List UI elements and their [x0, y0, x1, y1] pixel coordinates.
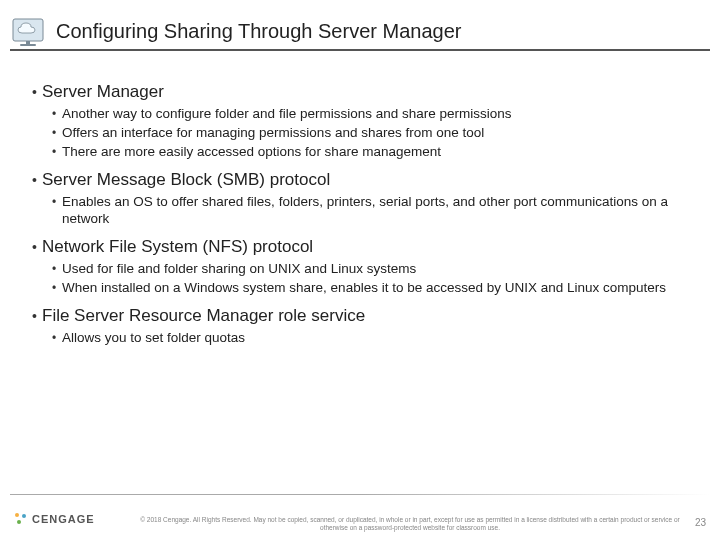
slide-footer: CENGAGE © 2018 Cengage. All Rights Reser… [0, 494, 720, 540]
list-item: •When installed on a Windows system shar… [52, 280, 688, 297]
bullet-text: Server Message Block (SMB) protocol [42, 169, 330, 190]
bullet-icon: • [52, 145, 62, 160]
list-item: •There are more easily accessed options … [52, 144, 688, 161]
bullet-icon: • [32, 308, 42, 326]
list-item: •Offers an interface for managing permis… [52, 125, 688, 142]
footer-divider [10, 494, 710, 495]
slide-body: • Server Manager •Another way to configu… [0, 51, 720, 347]
bullet-icon: • [52, 126, 62, 141]
sub-bullet-text: There are more easily accessed options f… [62, 144, 441, 161]
sub-bullet-text: Another way to configure folder and file… [62, 106, 511, 123]
slide-title: Configuring Sharing Through Server Manag… [56, 20, 710, 43]
sub-bullet-text: Allows you to set folder quotas [62, 330, 245, 347]
bullet-text: Network File System (NFS) protocol [42, 236, 313, 257]
bullet-text: Server Manager [42, 81, 164, 102]
bullet-icon: • [52, 262, 62, 277]
svg-point-3 [15, 513, 19, 517]
list-item: •Another way to configure folder and fil… [52, 106, 688, 123]
bullet-icon: • [52, 107, 62, 122]
bullet-icon: • [32, 172, 42, 190]
list-item: •Allows you to set folder quotas [52, 330, 688, 347]
bullet-icon: • [52, 195, 62, 210]
slide: Configuring Sharing Through Server Manag… [0, 0, 720, 540]
bullet-icon: • [52, 331, 62, 346]
sub-bullet-text: Used for file and folder sharing on UNIX… [62, 261, 416, 278]
copyright-text: © 2018 Cengage. All Rights Reserved. May… [140, 516, 680, 532]
bullet-icon: • [32, 239, 42, 257]
header-divider [10, 49, 710, 51]
sub-bullet-text: Offers an interface for managing permiss… [62, 125, 484, 142]
page-number: 23 [695, 517, 706, 528]
list-item: • Server Manager •Another way to configu… [32, 81, 688, 161]
brand-name: CENGAGE [32, 513, 95, 525]
brand-logo: CENGAGE [14, 512, 95, 526]
sub-bullet-text: Enables an OS to offer shared files, fol… [62, 194, 688, 228]
brand-mark-icon [14, 512, 28, 526]
slide-header: Configuring Sharing Through Server Manag… [0, 0, 720, 51]
svg-point-4 [22, 514, 26, 518]
svg-point-5 [17, 520, 21, 524]
bullet-text: File Server Resource Manager role servic… [42, 305, 365, 326]
list-item: • Server Message Block (SMB) protocol •E… [32, 169, 688, 228]
sub-bullet-text: When installed on a Windows system share… [62, 280, 666, 297]
list-item: • Network File System (NFS) protocol •Us… [32, 236, 688, 297]
list-item: •Enables an OS to offer shared files, fo… [52, 194, 688, 228]
list-item: • File Server Resource Manager role serv… [32, 305, 688, 347]
bullet-icon: • [32, 84, 42, 102]
list-item: •Used for file and folder sharing on UNI… [52, 261, 688, 278]
bullet-icon: • [52, 281, 62, 296]
